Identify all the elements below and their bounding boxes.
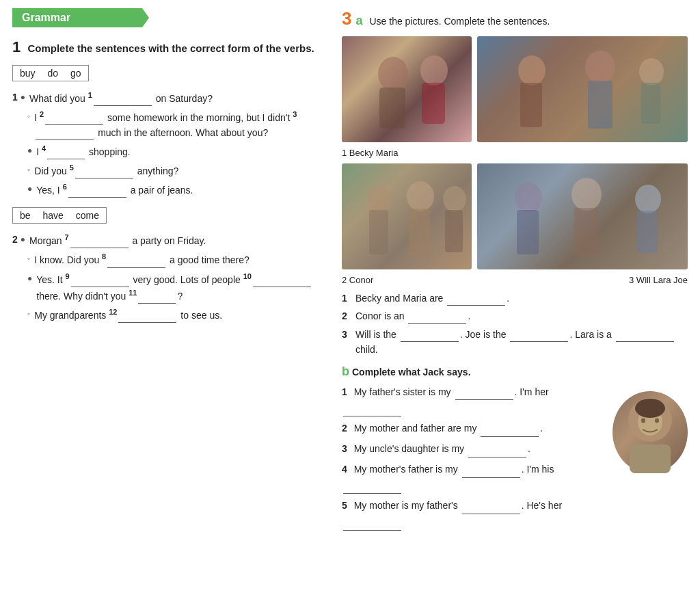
exercise-item-1b: ● I 4 shopping. bbox=[27, 143, 323, 159]
svg-point-26 bbox=[655, 418, 659, 423]
svg-point-14 bbox=[443, 186, 466, 212]
photo-becky-maria bbox=[342, 36, 472, 142]
svg-point-6 bbox=[585, 51, 615, 83]
exercise-item-1a: ◦ I 2 some homework in the morning, but … bbox=[27, 109, 323, 140]
section3-num: 3 bbox=[342, 8, 351, 29]
section-b-title: Complete what Jack says. bbox=[352, 367, 471, 377]
photos-row-2 bbox=[342, 163, 688, 269]
svg-point-10 bbox=[367, 185, 392, 213]
exercise-item-1d: ● Yes, I 6 a pair of jeans. bbox=[27, 181, 323, 198]
svg-rect-11 bbox=[369, 210, 388, 254]
sentence-a2: 2 Conor is an . bbox=[342, 308, 688, 323]
photos-row-1 bbox=[342, 36, 688, 142]
svg-rect-17 bbox=[517, 210, 539, 254]
section3-letter-b: b bbox=[342, 364, 349, 379]
photo-conor bbox=[342, 163, 472, 269]
caption-row-1: 1 Becky Maria bbox=[342, 148, 688, 158]
jack-sentence-3: 3 My uncle's daughter is my . bbox=[342, 441, 606, 457]
photo-family-right bbox=[477, 36, 688, 142]
right-panel: 3 a Use the pictures. Complete the sente… bbox=[335, 0, 700, 597]
jack-photo bbox=[612, 391, 688, 473]
exercise-item-1c: ◦ Did you 5 anything? bbox=[27, 162, 323, 178]
svg-point-2 bbox=[420, 55, 448, 85]
photo-will-lara-joe bbox=[477, 163, 688, 269]
section-b-header: b Complete what Jack says. bbox=[342, 364, 688, 379]
wordbox1: buy do go bbox=[12, 65, 89, 81]
svg-point-16 bbox=[515, 183, 542, 213]
girls-silhouette bbox=[342, 36, 472, 142]
svg-rect-5 bbox=[520, 83, 542, 127]
svg-point-8 bbox=[639, 58, 664, 85]
svg-rect-15 bbox=[445, 210, 463, 252]
svg-rect-19 bbox=[574, 208, 599, 256]
family-silhouette bbox=[477, 36, 688, 142]
conor-silhouette bbox=[342, 163, 472, 269]
section1-title: 1 Complete the sentences with the correc… bbox=[12, 37, 323, 58]
exercise-item-2a: ◦ I know. Did you 8 a good time there? bbox=[27, 251, 323, 267]
section3-instruction-a: Use the pictures. Complete the sentences… bbox=[369, 16, 550, 27]
svg-rect-7 bbox=[588, 81, 612, 129]
exercise-item-2b: ● Yes. It 9 very good. Lots of people 10… bbox=[27, 271, 323, 304]
svg-point-20 bbox=[635, 185, 661, 213]
left-panel: Grammar 1 Complete the sentences with th… bbox=[0, 0, 335, 597]
svg-rect-21 bbox=[637, 211, 658, 253]
jack-sentence-4: 4 My mother's father is my . I'm his bbox=[342, 462, 606, 494]
section3-letter-a: a bbox=[355, 14, 362, 28]
exercise-item-2c: ◦ My grandparents 12 to see us. bbox=[27, 306, 323, 323]
jack-sentence-1: 1 My father's sister is my . I'm her bbox=[342, 384, 606, 417]
exercise-item-2: 2 ● Morgan 7 a party on Friday. bbox=[12, 232, 323, 248]
svg-point-18 bbox=[571, 178, 602, 211]
svg-point-0 bbox=[378, 57, 408, 91]
svg-point-12 bbox=[407, 181, 434, 211]
wordbox2: be have come bbox=[12, 207, 107, 224]
svg-point-27 bbox=[635, 399, 665, 418]
jack-silhouette bbox=[612, 391, 688, 473]
svg-rect-1 bbox=[379, 88, 405, 129]
caption-conor: 2 Conor bbox=[342, 275, 373, 285]
exercise-item-1: 1 ● What did you 1 on Saturday? bbox=[12, 90, 323, 106]
jack-container: 1 My father's sister is my . I'm her 2 M… bbox=[342, 384, 688, 535]
caption-will-lara-joe: 3 Will Lara Joe bbox=[629, 275, 688, 285]
svg-rect-9 bbox=[641, 83, 660, 124]
svg-point-25 bbox=[641, 418, 645, 423]
svg-rect-24 bbox=[630, 445, 671, 473]
section3-header: 3 a Use the pictures. Complete the sente… bbox=[342, 8, 688, 29]
svg-point-4 bbox=[518, 55, 546, 85]
sentence-a3: 3 Will is the . Joe is the . Lara is a c… bbox=[342, 327, 688, 358]
svg-rect-13 bbox=[409, 209, 431, 255]
caption-row-2: 2 Conor 3 Will Lara Joe bbox=[342, 275, 688, 285]
boys-silhouette bbox=[477, 163, 688, 269]
svg-rect-3 bbox=[422, 83, 445, 124]
section1-num: 1 bbox=[12, 38, 21, 55]
grammar-header: Grammar bbox=[12, 8, 149, 27]
jack-sentence-5: 5 My mother is my father's . He's her bbox=[342, 498, 606, 531]
sentence-a1: 1 Becky and Maria are . bbox=[342, 291, 688, 306]
jack-sentence-2: 2 My mother and father are my . bbox=[342, 421, 606, 437]
jack-sentences: 1 My father's sister is my . I'm her 2 M… bbox=[342, 384, 606, 535]
caption-becky-maria: 1 Becky Maria bbox=[342, 148, 398, 158]
